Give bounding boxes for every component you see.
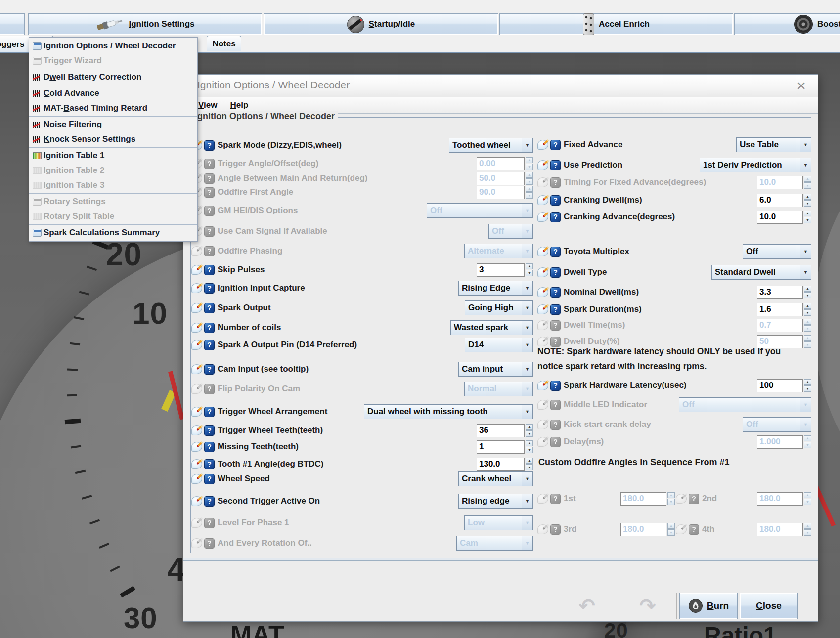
note-icon[interactable]: [191, 459, 202, 469]
spinner-value[interactable]: 50.0: [477, 172, 525, 185]
spinner-up-icon[interactable]: ▲: [526, 263, 533, 270]
spinner-up-icon[interactable]: ▲: [804, 211, 811, 217]
spinner-down-icon[interactable]: ▼: [526, 430, 533, 437]
note-icon[interactable]: [537, 524, 548, 534]
note-icon[interactable]: [191, 496, 202, 506]
help-icon[interactable]: [550, 494, 561, 504]
help-icon[interactable]: [204, 538, 215, 549]
timing-for-fixed-advance-degrees-field[interactable]: 10.0▲▼: [757, 176, 811, 189]
help-icon[interactable]: [204, 265, 215, 275]
spinner-down-icon[interactable]: ▼: [804, 499, 811, 505]
missing-teeth-teeth-field[interactable]: 1▲▼: [477, 440, 533, 454]
spinner-value[interactable]: 0.00: [477, 157, 525, 170]
4th-field[interactable]: 180.0▲▼: [757, 523, 811, 536]
chevron-down-icon[interactable]: ▼: [522, 338, 532, 352]
cranking-advance-degrees-field[interactable]: 10.0▲▼: [757, 211, 811, 224]
help-icon[interactable]: [550, 381, 561, 391]
menu-item-cold-advance[interactable]: Cold Advance: [29, 86, 197, 101]
spinner-value[interactable]: 180.0: [620, 523, 666, 536]
note-icon[interactable]: [191, 425, 202, 435]
chevron-down-icon[interactable]: ▼: [522, 204, 532, 217]
help-icon[interactable]: [204, 407, 215, 417]
note-icon[interactable]: [191, 265, 202, 275]
chevron-down-icon[interactable]: ▼: [522, 472, 532, 486]
menu-item-mat-based-timing-retard[interactable]: MAT-Based Timing Retard: [29, 101, 197, 116]
help-icon[interactable]: [550, 177, 561, 188]
spinner-value[interactable]: 130.0: [477, 458, 525, 471]
flip-polarity-on-cam-combo[interactable]: Normal▼: [464, 382, 533, 396]
spinner-down-icon[interactable]: ▼: [804, 341, 811, 348]
delay-ms-field[interactable]: 1.000▲▼: [757, 435, 811, 449]
spinner-up-icon[interactable]: ▲: [804, 379, 811, 385]
chevron-down-icon[interactable]: ▼: [522, 382, 532, 396]
spinner-value[interactable]: 6.0: [757, 194, 803, 207]
toolbar-button-partial[interactable]: [0, 13, 25, 35]
note-icon[interactable]: [537, 304, 548, 314]
tab-notes[interactable]: Notes: [207, 36, 241, 51]
menu-item-rotary-split-table[interactable]: Rotary Split Table: [29, 209, 197, 224]
chevron-down-icon[interactable]: ▼: [522, 362, 532, 376]
tooth-1-angle-deg-btdc-field[interactable]: 130.0▲▼: [477, 458, 533, 471]
help-icon[interactable]: [204, 159, 215, 169]
spinner-down-icon[interactable]: ▼: [526, 464, 533, 470]
chevron-down-icon[interactable]: ▼: [522, 244, 532, 258]
help-icon[interactable]: [204, 340, 215, 350]
spinner-up-icon[interactable]: ▲: [804, 435, 811, 442]
spinner-value[interactable]: 3: [477, 263, 525, 277]
spinner-value[interactable]: 180.0: [757, 492, 803, 506]
spinner-down-icon[interactable]: ▼: [667, 529, 675, 536]
spinner-up-icon[interactable]: ▲: [526, 424, 533, 430]
ignition-settings-button[interactable]: Ignition Settings: [28, 13, 262, 35]
chevron-down-icon[interactable]: ▼: [800, 245, 811, 258]
boost-button[interactable]: Boost: [734, 13, 840, 35]
spinner-value[interactable]: 36: [477, 424, 525, 437]
spinner-up-icon[interactable]: ▲: [667, 492, 675, 499]
burn-button[interactable]: Burn: [679, 593, 738, 619]
dwell-type-combo[interactable]: Standard Dwell▼: [711, 265, 811, 280]
toyota-multiplex-combo[interactable]: Off▼: [743, 244, 811, 259]
help-icon[interactable]: [550, 247, 561, 257]
dialog-titlebar[interactable]: Ignition Options / Wheel Decoder ×: [183, 75, 818, 98]
spinner-up-icon[interactable]: ▲: [526, 157, 533, 164]
note-icon[interactable]: [537, 195, 548, 205]
close-button[interactable]: Close: [740, 593, 798, 619]
help-icon[interactable]: [550, 437, 561, 447]
gm-hei-dis-options-combo[interactable]: Off▼: [427, 203, 533, 218]
note-icon[interactable]: [676, 524, 687, 534]
spinner-down-icon[interactable]: ▼: [526, 270, 533, 276]
menu-help[interactable]: Help: [230, 100, 248, 110]
help-icon[interactable]: [550, 400, 561, 410]
menu-item-ignition-table-3[interactable]: Ignition Table 3: [29, 178, 197, 193]
spark-hardware-latency-usec-field[interactable]: 100▲▼: [757, 379, 811, 392]
help-icon[interactable]: [204, 206, 215, 216]
help-icon[interactable]: [204, 425, 215, 436]
help-icon[interactable]: [204, 173, 215, 184]
note-icon[interactable]: [191, 364, 202, 374]
help-icon[interactable]: [204, 303, 215, 313]
cranking-dwell-ms-field[interactable]: 6.0▲▼: [757, 194, 811, 207]
note-icon[interactable]: [537, 400, 548, 410]
help-icon[interactable]: [204, 226, 215, 237]
spinner-up-icon[interactable]: ▲: [804, 286, 811, 292]
note-icon[interactable]: [191, 384, 202, 394]
spinner-value[interactable]: 1.000: [757, 435, 803, 449]
help-icon[interactable]: [550, 160, 561, 170]
help-icon[interactable]: [204, 442, 215, 452]
second-trigger-active-on-combo[interactable]: Rising edge▼: [458, 494, 533, 509]
chevron-down-icon[interactable]: ▼: [522, 281, 532, 295]
help-icon[interactable]: [550, 524, 561, 535]
help-icon[interactable]: [550, 304, 561, 315]
chevron-down-icon[interactable]: ▼: [522, 321, 532, 335]
oddfire-first-angle-field[interactable]: 90.0▲▼: [477, 186, 533, 199]
help-icon[interactable]: [550, 140, 561, 150]
trigger-wheel-arrangement-combo[interactable]: Dual wheel with missing tooth▼: [364, 404, 533, 419]
note-icon[interactable]: [191, 323, 202, 333]
note-icon[interactable]: [537, 140, 548, 150]
spinner-value[interactable]: 90.0: [477, 186, 525, 199]
spinner-up-icon[interactable]: ▲: [526, 172, 533, 178]
help-icon[interactable]: [550, 212, 561, 222]
help-icon[interactable]: [204, 518, 215, 528]
spinner-down-icon[interactable]: ▼: [526, 447, 533, 453]
menu-view[interactable]: View: [198, 100, 217, 110]
note-icon[interactable]: [191, 474, 202, 484]
